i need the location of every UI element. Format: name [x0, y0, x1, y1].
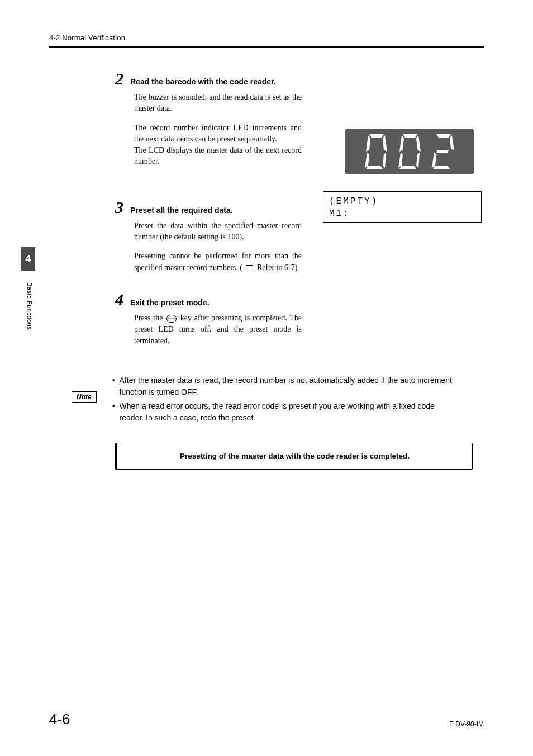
lcd-display: (EMPTY) M1: — [323, 191, 482, 223]
note-item: When a read error occurs, the read error… — [120, 400, 459, 424]
step-title: Preset all the required data. — [130, 206, 233, 215]
lcd-line-2: M1: — [329, 207, 475, 220]
notes-list: •After the master data is read, the reco… — [112, 375, 459, 426]
book-icon — [246, 265, 253, 271]
step-number: 4 — [115, 291, 123, 308]
step-paragraph: Presetting cannot be performed for more … — [134, 251, 302, 273]
svg-marker-6 — [403, 134, 417, 138]
chapter-tab: 4 — [21, 247, 35, 271]
chapter-label: Basic Functions — [26, 282, 33, 330]
svg-marker-8 — [416, 135, 421, 152]
led-display — [345, 129, 474, 174]
step-paragraph: Preset the data within the specified mas… — [134, 220, 302, 243]
svg-marker-5 — [366, 166, 383, 169]
step-paragraph: The record number indicator LED incremen… — [134, 122, 302, 168]
note-item: After the master data is read, the recor… — [120, 375, 459, 398]
doc-id: E DV-90-IM — [449, 720, 484, 728]
step-paragraph: Press the PRESET key after presetting is… — [134, 313, 302, 347]
svg-marker-9 — [398, 153, 403, 168]
led-digit-0 — [364, 133, 388, 170]
svg-marker-3 — [365, 153, 369, 168]
page-number: 4-6 — [49, 711, 70, 728]
step-title: Exit the preset mode. — [130, 298, 210, 307]
lcd-line-1: (EMPTY) — [329, 195, 475, 207]
step-4: 4 Exit the preset mode. Press the PRESET… — [115, 291, 484, 347]
svg-marker-2 — [383, 135, 387, 152]
svg-marker-14 — [436, 150, 449, 153]
preset-key-icon: PRESET — [166, 315, 177, 323]
header-section: 4-2 Normal Verification — [49, 34, 484, 42]
svg-marker-13 — [450, 135, 454, 150]
header-rule — [49, 46, 484, 48]
svg-marker-12 — [436, 134, 451, 138]
led-digit-2 — [431, 133, 455, 170]
svg-marker-1 — [366, 135, 370, 152]
note-label: Note — [72, 391, 97, 403]
svg-marker-0 — [369, 134, 384, 138]
svg-marker-7 — [399, 135, 404, 152]
svg-marker-4 — [383, 153, 386, 168]
svg-marker-10 — [416, 153, 420, 168]
step-paragraph: The buzzer is sounded, and the read data… — [134, 92, 302, 115]
svg-marker-11 — [399, 166, 416, 169]
step-number: 2 — [115, 70, 123, 87]
step-title: Read the barcode with the code reader. — [130, 77, 276, 86]
step-number: 3 — [115, 199, 123, 216]
svg-marker-16 — [433, 166, 450, 169]
led-digit-0b — [397, 133, 422, 170]
svg-marker-15 — [432, 153, 436, 168]
completion-message: Presetting of the master data with the c… — [115, 443, 473, 470]
